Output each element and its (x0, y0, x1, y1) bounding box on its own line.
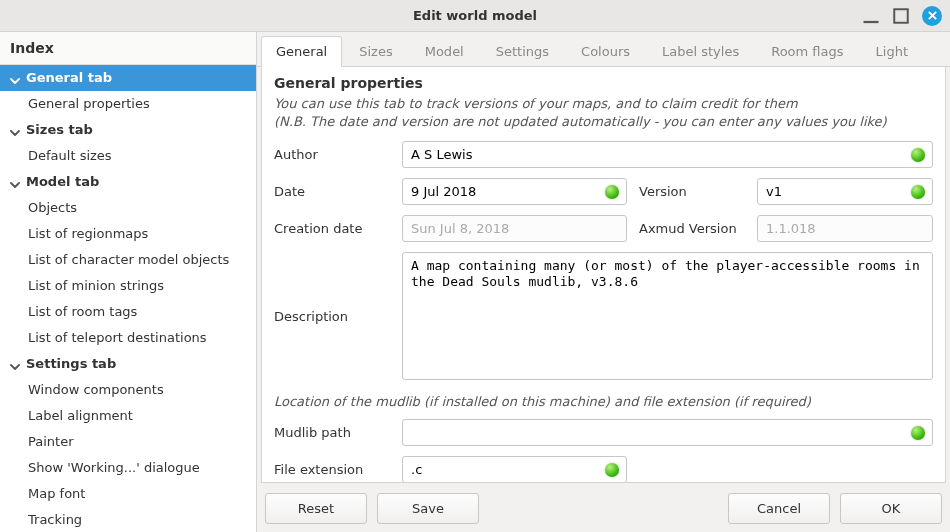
cancel-button[interactable]: Cancel (728, 493, 830, 524)
tree-group-label: Settings tab (26, 355, 116, 373)
close-button[interactable] (922, 6, 942, 26)
label-date: Date (274, 184, 394, 199)
save-button[interactable]: Save (377, 493, 479, 524)
general-panel: General properties You can use this tab … (261, 67, 946, 483)
row-date-version: Date Version (274, 178, 933, 205)
tree-group[interactable]: Settings tab (0, 351, 256, 377)
tab-sizes[interactable]: Sizes (344, 36, 407, 66)
svg-rect-1 (894, 9, 908, 23)
tree-item[interactable]: List of teleport destinations (0, 325, 256, 351)
tree-item[interactable]: General properties (0, 91, 256, 117)
version-input[interactable] (757, 178, 933, 205)
maximize-button[interactable] (892, 7, 910, 25)
index-sidebar: Index General tabGeneral propertiesSizes… (0, 32, 257, 532)
tree-item[interactable]: Window components (0, 377, 256, 403)
tree-item[interactable]: List of character model objects (0, 247, 256, 273)
tree-group-label: Sizes tab (26, 121, 93, 139)
tab-light[interactable]: Light (861, 36, 923, 66)
creation-date-input (402, 215, 627, 242)
tree-item[interactable]: Show 'Working...' dialogue (0, 455, 256, 481)
tree-item[interactable]: List of regionmaps (0, 221, 256, 247)
file-extension-input[interactable] (402, 456, 627, 483)
tree-group-label: Model tab (26, 173, 99, 191)
ok-button[interactable]: OK (840, 493, 942, 524)
tree-group[interactable]: General tab (0, 65, 256, 91)
tab-settings[interactable]: Settings (481, 36, 564, 66)
tab-bar: GeneralSizesModelSettingsColoursLabel st… (257, 32, 950, 67)
sidebar-header: Index (0, 32, 256, 65)
label-mudlib-path: Mudlib path (274, 425, 394, 440)
window-title: Edit world model (413, 8, 537, 23)
window-controls (862, 6, 942, 26)
status-dot-icon (911, 185, 925, 199)
label-axmud-version: Axmud Version (639, 221, 749, 236)
tree-item[interactable]: List of room tags (0, 299, 256, 325)
panel-hint-1: You can use this tab to track versions o… (274, 95, 933, 113)
index-tree[interactable]: General tabGeneral propertiesSizes tabDe… (0, 65, 256, 532)
tab-general[interactable]: General (261, 36, 342, 67)
titlebar: Edit world model (0, 0, 950, 32)
label-author: Author (274, 147, 394, 162)
tab-colours[interactable]: Colours (566, 36, 645, 66)
tree-item[interactable]: Default sizes (0, 143, 256, 169)
tree-item[interactable]: Label alignment (0, 403, 256, 429)
author-input[interactable] (402, 141, 933, 168)
panel-title: General properties (274, 75, 933, 91)
tree-item[interactable]: Map font (0, 481, 256, 507)
axmud-version-input (757, 215, 933, 242)
status-dot-icon (605, 185, 619, 199)
tab-room-flags[interactable]: Room flags (756, 36, 858, 66)
tab-label-styles[interactable]: Label styles (647, 36, 754, 66)
label-creation-date: Creation date (274, 221, 394, 236)
description-textarea[interactable]: A map containing many (or most) of the p… (402, 252, 933, 380)
mudlib-path-input[interactable] (402, 419, 933, 446)
panel-hint-2: (N.B. The date and version are not updat… (274, 113, 933, 131)
button-bar: Reset Save Cancel OK (257, 487, 950, 532)
tree-group-label: General tab (26, 69, 112, 87)
label-description: Description (274, 309, 394, 324)
tree-group[interactable]: Sizes tab (0, 117, 256, 143)
main-layout: Index General tabGeneral propertiesSizes… (0, 32, 950, 532)
status-dot-icon (911, 148, 925, 162)
label-file-extension: File extension (274, 462, 394, 477)
row-file-extension: File extension (274, 456, 933, 483)
tab-model[interactable]: Model (410, 36, 479, 66)
status-dot-icon (605, 463, 619, 477)
row-author: Author (274, 141, 933, 168)
row-mudlib-path: Mudlib path (274, 419, 933, 446)
chevron-down-icon (10, 73, 20, 83)
minimize-button[interactable] (862, 7, 880, 25)
tree-item[interactable]: Painter (0, 429, 256, 455)
mudlib-hint: Location of the mudlib (if installed on … (274, 394, 933, 409)
tree-item[interactable]: Objects (0, 195, 256, 221)
tree-group[interactable]: Model tab (0, 169, 256, 195)
label-version: Version (639, 184, 749, 199)
date-input[interactable] (402, 178, 627, 205)
row-description: Description A map containing many (or mo… (274, 252, 933, 380)
tree-item[interactable]: List of minion strings (0, 273, 256, 299)
reset-button[interactable]: Reset (265, 493, 367, 524)
status-dot-icon (911, 426, 925, 440)
chevron-down-icon (10, 177, 20, 187)
content-area: GeneralSizesModelSettingsColoursLabel st… (257, 32, 950, 532)
chevron-down-icon (10, 125, 20, 135)
chevron-down-icon (10, 359, 20, 369)
row-creation-axmud: Creation date Axmud Version (274, 215, 933, 242)
tree-item[interactable]: Tracking (0, 507, 256, 532)
spacer (489, 493, 718, 524)
